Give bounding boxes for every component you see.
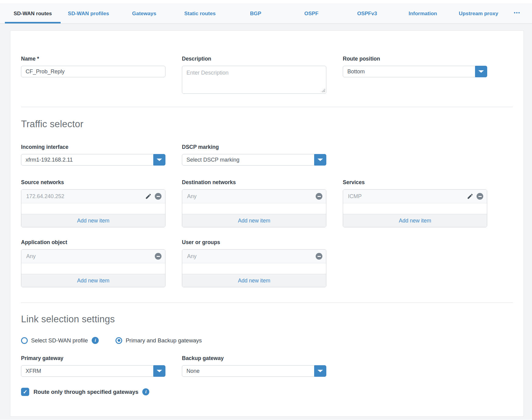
tab-static-routes[interactable]: Static routes: [172, 4, 228, 23]
tab-sd-wan-profiles[interactable]: SD-WAN profiles: [61, 4, 116, 23]
radio-select-sdwan-profile[interactable]: Select SD-WAN profile: [21, 337, 99, 344]
section-divider: [21, 303, 513, 303]
name-input[interactable]: [21, 66, 165, 77]
remove-icon[interactable]: [316, 193, 322, 200]
route-position-label: Route position: [343, 55, 487, 62]
backup-gateway-value: None: [186, 368, 200, 374]
tab-information[interactable]: Information: [395, 4, 451, 23]
chevron-down-icon[interactable]: [475, 66, 487, 77]
remove-icon[interactable]: [155, 253, 161, 260]
list-item-text: Any: [26, 253, 36, 260]
info-icon[interactable]: [142, 388, 149, 395]
description-label: Description: [182, 55, 326, 62]
tab-bgp[interactable]: BGP: [228, 4, 284, 23]
primary-gateway-select[interactable]: XFRM: [21, 365, 165, 377]
remove-icon[interactable]: [477, 193, 483, 200]
more-tabs-button[interactable]: •••: [506, 4, 528, 23]
route-position-select[interactable]: Bottom: [343, 66, 487, 77]
chevron-down-icon[interactable]: [153, 154, 165, 166]
application-object-label: Application object: [21, 239, 165, 246]
tab-upstream-proxy[interactable]: Upstream proxy: [451, 4, 506, 23]
source-networks-list: 172.64.240.252 Add new item: [21, 189, 165, 227]
user-groups-list: Any Add new item: [182, 249, 326, 287]
ellipsis-icon: •••: [514, 10, 520, 15]
services-label: Services: [343, 179, 487, 186]
list-item-text: Any: [187, 193, 197, 200]
radio-label: Primary and Backup gateways: [126, 337, 202, 344]
info-icon[interactable]: [92, 337, 99, 344]
route-only-row: Route only through specified gateways: [21, 388, 513, 396]
list-item: Any: [21, 250, 165, 263]
backup-gateway-select[interactable]: None: [182, 365, 326, 377]
name-label: Name *: [21, 55, 165, 62]
incoming-interface-select[interactable]: xfrm1-192.168.2.11: [21, 154, 165, 166]
add-source-network-button[interactable]: Add new item: [21, 214, 165, 227]
primary-gateway-value: XFRM: [26, 368, 41, 374]
traffic-selector-heading: Traffic selector: [21, 119, 513, 130]
list-item: 172.64.240.252: [21, 190, 165, 203]
link-selection-radio-group: Select SD-WAN profile Primary and Backup…: [21, 337, 513, 344]
description-textarea[interactable]: [182, 66, 326, 94]
radio-icon[interactable]: [21, 337, 28, 344]
radio-checked-icon[interactable]: [115, 337, 122, 344]
incoming-interface-value: xfrm1-192.168.2.11: [26, 157, 73, 163]
tab-sd-wan-routes[interactable]: SD-WAN routes: [5, 4, 61, 23]
remove-icon[interactable]: [155, 193, 161, 200]
incoming-interface-label: Incoming interface: [21, 144, 165, 150]
list-item-text: ICMP: [348, 193, 362, 200]
destination-networks-label: Destination networks: [182, 179, 326, 186]
chevron-down-icon[interactable]: [153, 365, 165, 377]
dscp-marking-value: Select DSCP marking: [186, 157, 239, 163]
tab-ospfv3[interactable]: OSPFv3: [339, 4, 395, 23]
add-user-group-button[interactable]: Add new item: [182, 274, 326, 287]
link-selection-heading: Link selection settings: [21, 314, 513, 325]
remove-icon[interactable]: [316, 253, 322, 260]
tab-ospf[interactable]: OSPF: [283, 4, 339, 23]
edit-icon[interactable]: [467, 193, 473, 200]
list-empty-area: [182, 203, 326, 214]
list-empty-area: [182, 263, 326, 274]
list-empty-area: [21, 263, 165, 274]
destination-networks-list: Any Add new item: [182, 189, 326, 227]
dscp-marking-select[interactable]: Select DSCP marking: [182, 154, 326, 166]
list-item-text: 172.64.240.252: [26, 193, 64, 200]
primary-gateway-label: Primary gateway: [21, 355, 165, 362]
chevron-down-icon[interactable]: [314, 154, 326, 166]
application-object-list: Any Add new item: [21, 249, 165, 287]
backup-gateway-label: Backup gateway: [182, 355, 326, 362]
user-or-groups-label: User or groups: [182, 239, 326, 246]
add-application-object-button[interactable]: Add new item: [21, 274, 165, 287]
list-empty-area: [21, 203, 165, 214]
radio-label: Select SD-WAN profile: [31, 337, 88, 344]
services-list: ICMP Add new item: [343, 189, 487, 227]
add-service-button[interactable]: Add new item: [343, 214, 487, 227]
list-item: Any: [182, 190, 326, 203]
edit-icon[interactable]: [145, 193, 152, 200]
add-destination-network-button[interactable]: Add new item: [182, 214, 326, 227]
tab-gateways[interactable]: Gateways: [116, 4, 172, 23]
section-divider: [21, 107, 513, 107]
form-card: Name * Description Route position Bottom: [10, 30, 524, 417]
route-only-label: Route only through specified gateways: [34, 389, 138, 395]
list-empty-area: [343, 203, 487, 214]
list-item: ICMP: [343, 190, 487, 203]
list-item-text: Any: [187, 253, 197, 260]
tab-bar: SD-WAN routes SD-WAN profiles Gateways S…: [0, 4, 532, 24]
source-networks-label: Source networks: [21, 179, 165, 186]
route-position-value: Bottom: [347, 68, 365, 75]
list-item: Any: [182, 250, 326, 263]
route-only-checkbox[interactable]: [21, 388, 29, 396]
radio-primary-backup-gateways[interactable]: Primary and Backup gateways: [115, 337, 202, 344]
chevron-down-icon[interactable]: [314, 365, 326, 377]
dscp-marking-label: DSCP marking: [182, 144, 326, 150]
page-background: Name * Description Route position Bottom: [0, 24, 532, 420]
